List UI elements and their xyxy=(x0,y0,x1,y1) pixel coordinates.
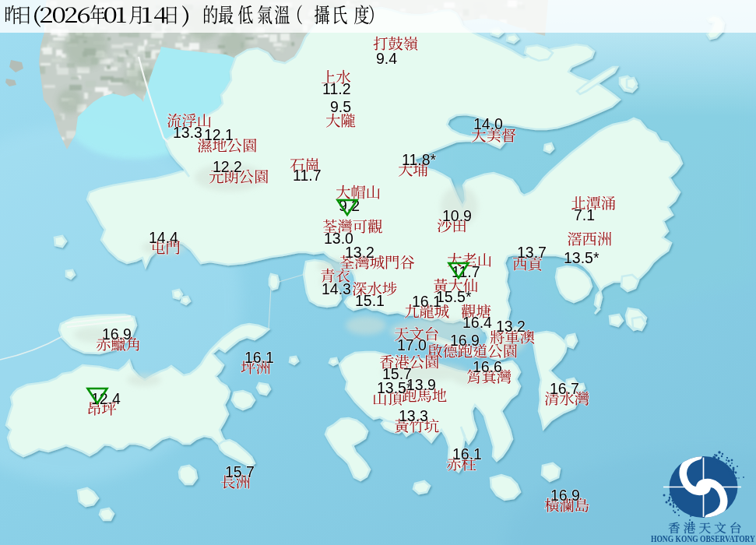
svg-text:11.2: 11.2 xyxy=(322,80,351,97)
svg-text:11.8*: 11.8* xyxy=(402,151,437,168)
svg-text:13.9: 13.9 xyxy=(406,376,436,393)
svg-text:HONG KONG OBSERVATORY: HONG KONG OBSERVATORY xyxy=(651,533,755,544)
svg-text:16.1: 16.1 xyxy=(244,349,274,366)
svg-text:13.3: 13.3 xyxy=(173,124,202,141)
svg-text:13.3: 13.3 xyxy=(399,407,428,424)
svg-text:16.7: 16.7 xyxy=(550,380,579,397)
svg-text:12.2: 12.2 xyxy=(213,158,242,175)
svg-text:13.2: 13.2 xyxy=(345,244,374,261)
svg-text:12.1: 12.1 xyxy=(204,126,234,143)
svg-text:15.1: 15.1 xyxy=(355,292,385,309)
svg-text:12.4: 12.4 xyxy=(91,390,121,407)
svg-text:14.0: 14.0 xyxy=(473,115,503,132)
svg-text:16.1: 16.1 xyxy=(452,445,482,462)
svg-text:14.4: 14.4 xyxy=(149,229,178,246)
svg-text:16.6: 16.6 xyxy=(473,358,502,375)
svg-text:16.9: 16.9 xyxy=(550,487,580,504)
svg-text:11.7: 11.7 xyxy=(293,167,322,184)
svg-text:16.9: 16.9 xyxy=(102,325,132,343)
svg-text:13.7: 13.7 xyxy=(517,244,547,261)
svg-text:7.1: 7.1 xyxy=(574,206,595,223)
svg-text:9.5: 9.5 xyxy=(330,98,351,115)
svg-text:14.3: 14.3 xyxy=(322,280,351,297)
svg-text:16.9: 16.9 xyxy=(450,332,480,349)
svg-text:16.4: 16.4 xyxy=(462,314,492,331)
svg-text:13.2: 13.2 xyxy=(496,318,526,335)
svg-text:17.0: 17.0 xyxy=(397,336,427,353)
svg-text:13.5*: 13.5* xyxy=(564,249,600,266)
svg-text:9.4: 9.4 xyxy=(376,50,397,67)
svg-text:16.1: 16.1 xyxy=(412,293,441,310)
svg-text:10.9: 10.9 xyxy=(442,207,472,224)
svg-text:15.7: 15.7 xyxy=(225,463,255,480)
